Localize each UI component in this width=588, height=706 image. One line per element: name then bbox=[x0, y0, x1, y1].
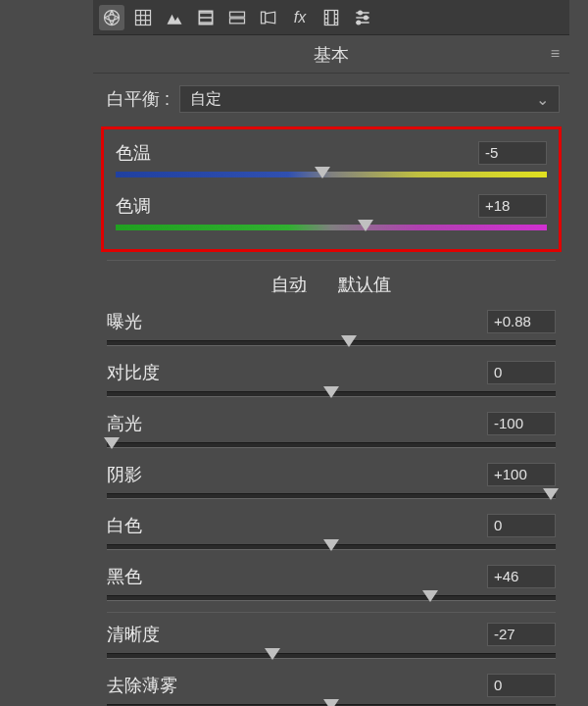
tint-row: 色调 +18 bbox=[110, 190, 553, 235]
exposure-label: 曝光 bbox=[107, 310, 142, 333]
clarity-value[interactable]: -27 bbox=[487, 623, 556, 646]
white-balance-row: 白平衡 : 自定 ⌄ bbox=[93, 74, 569, 123]
white-balance-label: 白平衡 : bbox=[107, 87, 170, 111]
highlights-label: 高光 bbox=[107, 412, 142, 435]
svg-point-7 bbox=[359, 11, 362, 14]
white-balance-value: 自定 bbox=[190, 89, 221, 110]
panel-title: 基本 bbox=[314, 45, 349, 65]
clarity-slider[interactable] bbox=[107, 652, 556, 660]
svg-point-8 bbox=[365, 16, 368, 19]
shadows-label: 阴影 bbox=[107, 463, 142, 486]
svg-rect-3 bbox=[230, 12, 245, 17]
highlights-value[interactable]: -100 bbox=[487, 412, 556, 435]
highlights-row: 高光 -100 bbox=[101, 408, 562, 453]
panel-title-row: 基本 ≡ bbox=[93, 35, 569, 74]
temperature-row: 色温 -5 bbox=[110, 137, 553, 182]
svg-point-9 bbox=[357, 21, 360, 24]
tint-slider[interactable] bbox=[116, 224, 547, 231]
clarity-label: 清晰度 bbox=[107, 623, 160, 646]
svg-point-0 bbox=[105, 10, 120, 25]
temperature-value[interactable]: -5 bbox=[478, 141, 547, 165]
clarity-block: 清晰度 -27 去除薄雾 0 bbox=[93, 619, 569, 706]
default-button[interactable]: 默认值 bbox=[338, 273, 391, 296]
list-icon[interactable] bbox=[193, 5, 219, 30]
contrast-value[interactable]: 0 bbox=[487, 361, 556, 384]
exposure-row: 曝光 +0.88 bbox=[101, 306, 562, 351]
contrast-row: 对比度 0 bbox=[101, 357, 562, 402]
action-row: 自动 默认值 bbox=[93, 267, 569, 306]
shadows-value[interactable]: +100 bbox=[487, 463, 556, 486]
whites-value[interactable]: 0 bbox=[487, 514, 556, 537]
dehaze-value[interactable]: 0 bbox=[487, 674, 556, 697]
sliders-icon[interactable] bbox=[350, 5, 375, 30]
whites-label: 白色 bbox=[107, 514, 142, 537]
chevron-down-icon: ⌄ bbox=[536, 90, 549, 109]
shadows-row: 阴影 +100 bbox=[101, 459, 562, 504]
dehaze-row: 去除薄雾 0 bbox=[101, 670, 562, 706]
svg-rect-1 bbox=[136, 10, 151, 25]
temperature-label: 色温 bbox=[116, 141, 151, 165]
dehaze-label: 去除薄雾 bbox=[107, 674, 177, 697]
auto-button[interactable]: 自动 bbox=[271, 273, 307, 296]
blacks-value[interactable]: +46 bbox=[487, 565, 556, 588]
lens-icon[interactable] bbox=[256, 5, 281, 30]
panel-menu-icon[interactable]: ≡ bbox=[551, 45, 560, 63]
clarity-row: 清晰度 -27 bbox=[101, 619, 562, 664]
highlights-slider[interactable] bbox=[107, 441, 556, 449]
whites-slider[interactable] bbox=[107, 543, 556, 551]
highlight-box-temp-tint: 色温 -5 色调 +18 bbox=[101, 126, 562, 252]
exposure-block: 曝光 +0.88 对比度 0 高光 -100 阴影 +100 bbox=[93, 306, 569, 606]
top-toolbar: fx bbox=[93, 0, 569, 35]
contrast-slider[interactable] bbox=[107, 390, 556, 398]
split-icon[interactable] bbox=[224, 5, 250, 30]
mountains-icon[interactable] bbox=[162, 5, 187, 30]
blacks-slider[interactable] bbox=[107, 594, 556, 602]
temperature-slider[interactable] bbox=[116, 171, 547, 178]
tint-label: 色调 bbox=[116, 194, 151, 218]
svg-rect-5 bbox=[262, 12, 266, 24]
fx-icon[interactable]: fx bbox=[287, 5, 313, 30]
svg-rect-4 bbox=[230, 18, 245, 23]
whites-row: 白色 0 bbox=[101, 510, 562, 555]
tint-value[interactable]: +18 bbox=[478, 194, 547, 218]
contrast-label: 对比度 bbox=[107, 361, 160, 384]
exposure-slider[interactable] bbox=[107, 339, 556, 347]
blacks-row: 黑色 +46 bbox=[101, 561, 562, 606]
white-balance-select[interactable]: 自定 ⌄ bbox=[179, 85, 560, 113]
film-icon[interactable] bbox=[318, 5, 344, 30]
blacks-label: 黑色 bbox=[107, 565, 142, 588]
divider bbox=[107, 612, 556, 613]
shadows-slider[interactable] bbox=[107, 492, 556, 500]
grid-icon[interactable] bbox=[130, 5, 156, 30]
divider bbox=[107, 260, 556, 261]
exposure-value[interactable]: +0.88 bbox=[487, 310, 556, 333]
aperture-icon[interactable] bbox=[99, 5, 124, 30]
